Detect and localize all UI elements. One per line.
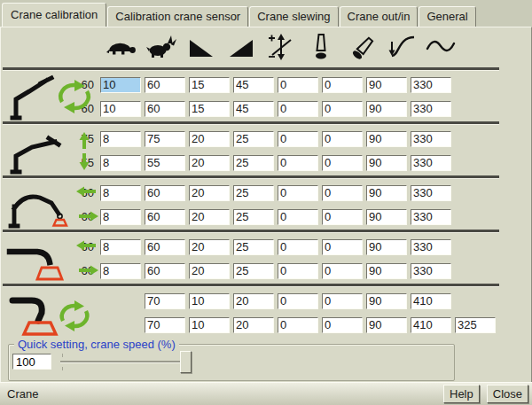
- value-input[interactable]: [411, 77, 451, 93]
- value-input[interactable]: [278, 293, 318, 309]
- value-input[interactable]: [100, 155, 141, 171]
- tab-bar: Crane calibration Calibration crane sens…: [0, 0, 532, 27]
- value-input[interactable]: [411, 263, 451, 279]
- value-input[interactable]: [145, 209, 185, 225]
- value-input[interactable]: [366, 155, 407, 171]
- value-input[interactable]: [233, 185, 274, 201]
- value-input[interactable]: [233, 239, 274, 255]
- turtle-icon: [106, 32, 137, 62]
- slider-thumb[interactable]: [180, 351, 192, 373]
- value-input[interactable]: [100, 131, 141, 147]
- tab-calibration-crane-sensor[interactable]: Calibration crane sensor: [107, 6, 248, 27]
- value-input[interactable]: [189, 239, 230, 255]
- value-input[interactable]: [411, 293, 451, 309]
- value-input[interactable]: [322, 101, 363, 117]
- help-button[interactable]: Help: [443, 385, 480, 403]
- value-input[interactable]: [366, 317, 407, 333]
- crane-speed-input[interactable]: [12, 354, 51, 370]
- value-input[interactable]: [189, 77, 230, 93]
- value-input[interactable]: [366, 209, 407, 225]
- value-input[interactable]: [233, 317, 274, 333]
- value-input[interactable]: [366, 77, 407, 93]
- value-input[interactable]: [145, 317, 185, 333]
- value-input[interactable]: [322, 239, 363, 255]
- value-input[interactable]: [145, 155, 185, 171]
- value-input[interactable]: [145, 293, 185, 309]
- value-input[interactable]: [411, 239, 451, 255]
- value-input[interactable]: [189, 155, 230, 171]
- value-input[interactable]: [322, 293, 363, 309]
- value-input[interactable]: [100, 185, 141, 201]
- value-input[interactable]: [278, 185, 318, 201]
- value-input[interactable]: [145, 239, 185, 255]
- tab-crane-out-in[interactable]: Crane out/in: [340, 6, 419, 27]
- crane-calibration-page: 60 60 75 55: [0, 27, 532, 383]
- value-input[interactable]: [233, 293, 274, 309]
- value-input[interactable]: [411, 131, 451, 147]
- value-input[interactable]: [145, 77, 185, 93]
- value-input[interactable]: [100, 263, 141, 279]
- value-input[interactable]: [145, 131, 185, 147]
- value-input[interactable]: [278, 101, 318, 117]
- value-input[interactable]: [411, 317, 451, 333]
- value-input[interactable]: [189, 131, 230, 147]
- value-input[interactable]: [278, 155, 318, 171]
- value-input[interactable]: [322, 155, 363, 171]
- value-input[interactable]: [366, 101, 407, 117]
- value-input[interactable]: [366, 263, 407, 279]
- value-input[interactable]: [278, 239, 318, 255]
- value-input[interactable]: [189, 317, 230, 333]
- value-input[interactable]: [278, 131, 318, 147]
- value-input[interactable]: [189, 263, 230, 279]
- value-input[interactable]: [145, 263, 185, 279]
- value-input[interactable]: [322, 185, 363, 201]
- tab-crane-calibration[interactable]: Crane calibration: [2, 3, 106, 27]
- slider-track[interactable]: [60, 361, 192, 363]
- crane-speed-slider[interactable]: [60, 350, 192, 373]
- value-input[interactable]: [233, 263, 274, 279]
- value-input[interactable]: [278, 317, 318, 333]
- value-input[interactable]: [189, 185, 230, 201]
- value-input[interactable]: [455, 317, 496, 333]
- value-input[interactable]: [189, 101, 230, 117]
- value-input[interactable]: [322, 317, 363, 333]
- value-input[interactable]: [100, 101, 141, 117]
- value-row: [145, 317, 496, 333]
- tab-general[interactable]: General: [419, 6, 475, 27]
- grab-icon: [54, 220, 67, 226]
- value-input[interactable]: [278, 209, 318, 225]
- grab-rotator-icon: [4, 289, 98, 337]
- tab-crane-slewing[interactable]: Crane slewing: [249, 6, 338, 27]
- value-input[interactable]: [278, 263, 318, 279]
- value-input[interactable]: [322, 77, 363, 93]
- value-input[interactable]: [145, 185, 185, 201]
- value-input[interactable]: [233, 77, 274, 93]
- value-input[interactable]: [189, 293, 230, 309]
- value-input[interactable]: [233, 101, 274, 117]
- close-button[interactable]: Close: [487, 385, 528, 403]
- value-input[interactable]: [366, 293, 407, 309]
- value-input[interactable]: [100, 77, 141, 93]
- value-input[interactable]: [322, 131, 363, 147]
- grab-icon: [37, 268, 62, 279]
- value-input[interactable]: [278, 77, 318, 93]
- group-grab-rotator: [1, 289, 531, 337]
- value-input[interactable]: [233, 209, 274, 225]
- value-input[interactable]: [189, 209, 230, 225]
- value-input[interactable]: [411, 209, 451, 225]
- value-input[interactable]: [366, 185, 407, 201]
- value-input[interactable]: [145, 101, 185, 117]
- value-row: [100, 239, 451, 255]
- value-input[interactable]: [411, 101, 451, 117]
- value-input[interactable]: [411, 155, 451, 171]
- value-input[interactable]: [411, 185, 451, 201]
- value-input[interactable]: [233, 131, 274, 147]
- group-crane-slewing: 60 60: [1, 73, 531, 121]
- value-input[interactable]: [233, 155, 274, 171]
- value-input[interactable]: [322, 209, 363, 225]
- value-input[interactable]: [366, 239, 407, 255]
- value-input[interactable]: [100, 209, 141, 225]
- value-input[interactable]: [366, 131, 407, 147]
- value-input[interactable]: [100, 239, 141, 255]
- value-input[interactable]: [322, 263, 363, 279]
